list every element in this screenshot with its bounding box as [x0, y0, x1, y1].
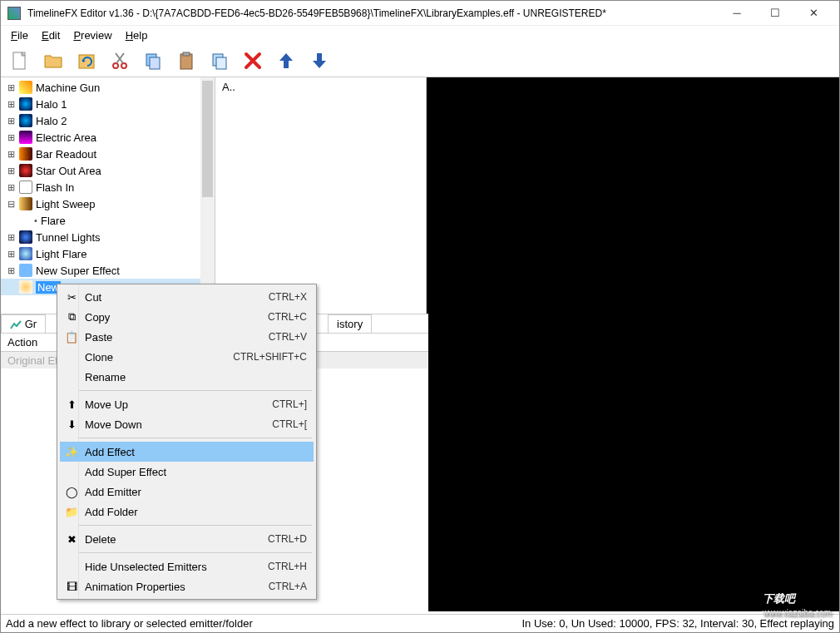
expand-icon[interactable]: ⊞	[6, 182, 16, 193]
menu-item-add-emitter[interactable]: ◯Add Emitter	[60, 482, 314, 502]
tree-item[interactable]: ⊞Star Out Area	[1, 162, 200, 179]
menu-item-move-up[interactable]: ⬆Move UpCTRL+]	[60, 394, 314, 414]
effect-icon	[19, 181, 32, 194]
expand-icon[interactable]: ⊞	[6, 132, 16, 143]
menu-item-label: Add Super Effect	[85, 466, 307, 478]
minimize-button[interactable]: ─	[718, 1, 756, 26]
scroll-thumb[interactable]	[202, 81, 213, 197]
copy-button[interactable]	[142, 50, 164, 72]
preview-viewport[interactable]	[427, 77, 839, 314]
menu-bar: File Edit Preview Help	[1, 26, 839, 44]
expand-icon[interactable]: •	[31, 215, 41, 225]
menu-file[interactable]: File	[4, 27, 35, 43]
move-up-button[interactable]	[275, 50, 297, 72]
menu-item-add-effect[interactable]: ✨Add Effect	[60, 442, 314, 462]
preview-viewport-lower[interactable]	[428, 314, 839, 611]
menu-item-icon: 📁	[65, 505, 78, 518]
menu-item-shortcut: CTRL+SHIFT+C	[233, 351, 307, 363]
menu-item-icon	[65, 350, 78, 363]
expand-icon[interactable]: ⊞	[6, 149, 16, 160]
menu-item-icon: ⬆	[65, 398, 78, 411]
tree-item[interactable]: ⊞New Super Effect	[1, 262, 200, 279]
status-bar: Add a new effect to library or selected …	[1, 614, 839, 632]
window-title: TimelineFX Editor v1.36 - D:\{7A7ACBDD-F…	[27, 7, 718, 19]
emitter-panel-header[interactable]: A..	[222, 81, 419, 93]
tree-item[interactable]: ⊞Electric Area	[1, 129, 200, 146]
menu-item-label: Cut	[85, 291, 269, 304]
tree-item-label: Light Sweep	[36, 198, 96, 210]
menu-item-shortcut: CTRL+C	[268, 311, 307, 323]
delete-button[interactable]	[242, 50, 264, 72]
svg-rect-9	[216, 57, 226, 69]
effects-tree[interactable]: ⊞Machine Gun⊞Halo 1⊞Halo 2⊞Electric Area…	[1, 77, 200, 314]
menu-item-delete[interactable]: ✖DeleteCTRL+D	[60, 529, 314, 549]
tree-item[interactable]: ⊞Machine Gun	[1, 79, 200, 96]
menu-item-label: Rename	[85, 371, 307, 383]
move-down-button[interactable]	[309, 50, 330, 72]
menu-item-icon: 🎞	[65, 580, 78, 593]
expand-icon[interactable]: ⊞	[6, 166, 16, 176]
menu-item-rename[interactable]: Rename	[60, 367, 314, 387]
menu-item-move-down[interactable]: ⬇Move DownCTRL+[	[60, 414, 314, 434]
effect-icon	[19, 164, 32, 177]
clone-button[interactable]	[209, 50, 230, 72]
menu-item-icon	[65, 370, 78, 383]
expand-icon[interactable]: ⊞	[6, 116, 16, 126]
expand-icon[interactable]: ⊞	[6, 82, 16, 93]
effects-tree-panel: ⊞Machine Gun⊞Halo 1⊞Halo 2⊞Electric Area…	[1, 77, 215, 314]
menu-item-icon	[65, 465, 78, 478]
tab-graph[interactable]: Gr	[1, 314, 46, 333]
tree-scrollbar[interactable]	[200, 77, 215, 314]
menu-item-copy[interactable]: ⧉CopyCTRL+C	[60, 307, 314, 327]
cut-button[interactable]	[109, 50, 131, 72]
menu-item-hide-unselected-emitters[interactable]: Hide Unselected EmittersCTRL+H	[60, 556, 314, 576]
tree-item[interactable]: ⊞Tunnel Lights	[1, 229, 200, 245]
effect-icon	[19, 197, 32, 210]
toolbar	[1, 44, 839, 77]
menu-item-clone[interactable]: CloneCTRL+SHIFT+C	[60, 347, 314, 367]
menu-item-animation-properties[interactable]: 🎞Animation PropertiesCTRL+A	[60, 576, 314, 596]
tree-item[interactable]: ⊞Flash In	[1, 179, 200, 195]
tree-item[interactable]: ⊞Bar Readout	[1, 146, 200, 162]
expand-icon[interactable]: ⊞	[6, 265, 16, 276]
maximize-button[interactable]: ☐	[756, 1, 794, 26]
tree-item-label: Tunnel Lights	[36, 231, 101, 244]
menu-item-label: Paste	[85, 331, 269, 344]
expand-icon[interactable]: ⊞	[6, 99, 16, 110]
emitter-panel: A..	[215, 77, 427, 314]
menu-item-shortcut: CTRL+X	[269, 291, 307, 303]
paste-button[interactable]	[175, 50, 197, 72]
tree-item[interactable]: ⊟Light Sweep	[1, 195, 200, 212]
new-file-button[interactable]	[9, 50, 31, 72]
tree-item-label: Flare	[41, 215, 66, 227]
tree-item-label: Machine Gun	[36, 82, 100, 94]
menu-item-label: Clone	[85, 351, 233, 363]
effect-icon	[19, 230, 32, 244]
tree-item[interactable]: ⊞Halo 2	[1, 112, 200, 129]
menu-item-label: Add Effect	[85, 446, 307, 458]
tree-item[interactable]: •Flare	[1, 212, 200, 229]
expand-icon[interactable]: ⊞	[6, 249, 16, 260]
menu-item-shortcut: CTRL+D	[268, 533, 307, 545]
expand-icon[interactable]: ⊞	[6, 232, 16, 243]
tree-item-label: Electric Area	[36, 131, 96, 144]
status-message: Add a new effect to library or selected …	[6, 617, 521, 630]
expand-icon[interactable]: ⊟	[6, 199, 16, 210]
menu-separator	[62, 552, 312, 553]
menu-item-label: Animation Properties	[85, 581, 269, 593]
menu-item-paste[interactable]: 📋PasteCTRL+V	[60, 327, 314, 347]
tree-item[interactable]: ⊞Light Flare	[1, 245, 200, 262]
open-folder-button[interactable]	[42, 50, 64, 72]
effect-icon	[19, 147, 32, 161]
menu-item-cut[interactable]: ✂CutCTRL+X	[60, 287, 314, 307]
menu-item-add-super-effect[interactable]: Add Super Effect	[60, 462, 314, 482]
tree-item[interactable]: ⊞Halo 1	[1, 96, 200, 112]
close-button[interactable]: ✕	[794, 1, 833, 26]
tab-history[interactable]: istory	[328, 314, 372, 333]
menu-edit[interactable]: Edit	[35, 27, 67, 43]
menu-preview[interactable]: Preview	[67, 27, 118, 43]
menu-separator	[62, 525, 312, 526]
menu-item-add-folder[interactable]: 📁Add Folder	[60, 502, 314, 522]
reload-button[interactable]	[76, 50, 97, 72]
menu-help[interactable]: Help	[119, 27, 155, 43]
